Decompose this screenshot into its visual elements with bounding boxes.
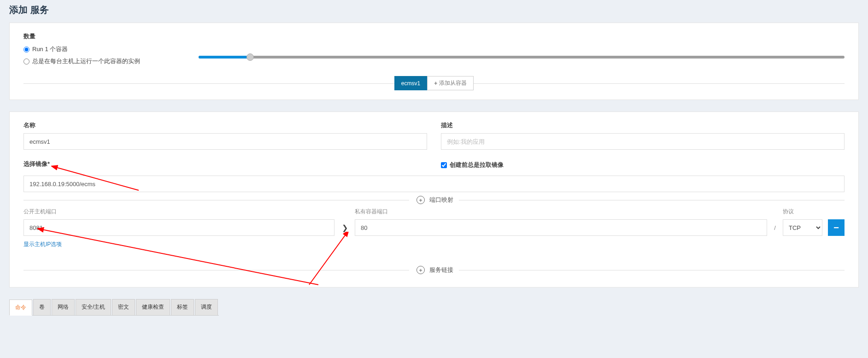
port-mapping-header[interactable]: + 端口映射 <box>23 196 845 204</box>
radio-run-on-every-host[interactable]: 总是在每台主机上运行一个此容器的实例 <box>23 57 199 65</box>
always-pull-checkbox[interactable] <box>441 162 447 168</box>
port-mapping-label: 端口映射 <box>428 196 456 204</box>
radio-run-label: Run 1 个容器 <box>32 45 68 53</box>
name-input[interactable] <box>23 133 427 150</box>
radio-run-on-every-host-input[interactable] <box>23 59 29 65</box>
image-label: 选择镜像* <box>23 160 427 168</box>
description-input[interactable] <box>441 133 845 150</box>
page-title: 添加 服务 <box>9 0 859 23</box>
add-sidekick-label: 添加从容器 <box>439 79 467 87</box>
tab-5[interactable]: 健康检查 <box>136 299 170 315</box>
description-label: 描述 <box>441 121 845 129</box>
minus-icon: − <box>833 223 839 233</box>
name-label: 名称 <box>23 121 427 129</box>
plus-icon: + <box>434 80 437 87</box>
service-form-card: 名称 描述 选择镜像* 创建前总是拉取镜像 + 端口映射 <box>9 112 859 288</box>
tab-3[interactable]: 安全/主机 <box>76 299 111 315</box>
container-pill-row: ecmsv1 + 添加从容器 <box>23 76 845 90</box>
tab-4[interactable]: 密文 <box>112 299 135 315</box>
slider-thumb[interactable] <box>246 53 254 61</box>
public-port-label: 公开主机端口 <box>23 208 334 216</box>
settings-tabs: 命令卷网络安全/主机密文健康检查标签调度 <box>9 299 219 316</box>
quantity-card: 数量 Run 1 个容器 总是在每台主机上运行一个此容器的实例 ecm <box>9 23 859 100</box>
tab-0[interactable]: 命令 <box>9 299 32 316</box>
slider-fill <box>199 56 250 59</box>
slash-separator: / <box>773 219 777 236</box>
add-sidekick-button[interactable]: + 添加从容器 <box>427 76 474 90</box>
private-port-input[interactable] <box>355 219 767 236</box>
radio-every-label: 总是在每台主机上运行一个此容器的实例 <box>32 57 140 65</box>
radio-run-n-containers[interactable]: Run 1 个容器 <box>23 45 199 53</box>
port-arrow-icon: ❯ <box>340 219 349 236</box>
show-host-ip-options-link[interactable]: 显示主机IP选项 <box>23 241 62 248</box>
quantity-label: 数量 <box>23 32 199 41</box>
radio-run-n-containers-input[interactable] <box>23 47 29 53</box>
public-port-input[interactable] <box>23 219 334 236</box>
private-port-label: 私有容器端口 <box>355 208 767 216</box>
quantity-slider[interactable] <box>199 56 845 59</box>
plus-circle-icon: + <box>416 196 425 204</box>
protocol-select[interactable]: TCP <box>783 219 822 236</box>
service-link-label: 服务链接 <box>428 266 456 274</box>
always-pull-checkbox-row[interactable]: 创建前总是拉取镜像 <box>441 161 845 169</box>
tab-7[interactable]: 调度 <box>195 299 218 315</box>
protocol-label: 协议 <box>783 208 822 216</box>
image-input[interactable] <box>23 176 845 192</box>
tab-1[interactable]: 卷 <box>33 299 51 315</box>
always-pull-label: 创建前总是拉取镜像 <box>450 161 504 169</box>
tab-6[interactable]: 标签 <box>171 299 194 315</box>
tab-2[interactable]: 网络 <box>52 299 75 315</box>
remove-port-button[interactable]: − <box>828 219 845 236</box>
container-pill-active[interactable]: ecmsv1 <box>394 76 427 90</box>
plus-circle-icon: + <box>416 266 425 274</box>
service-link-header[interactable]: + 服务链接 <box>23 266 845 274</box>
